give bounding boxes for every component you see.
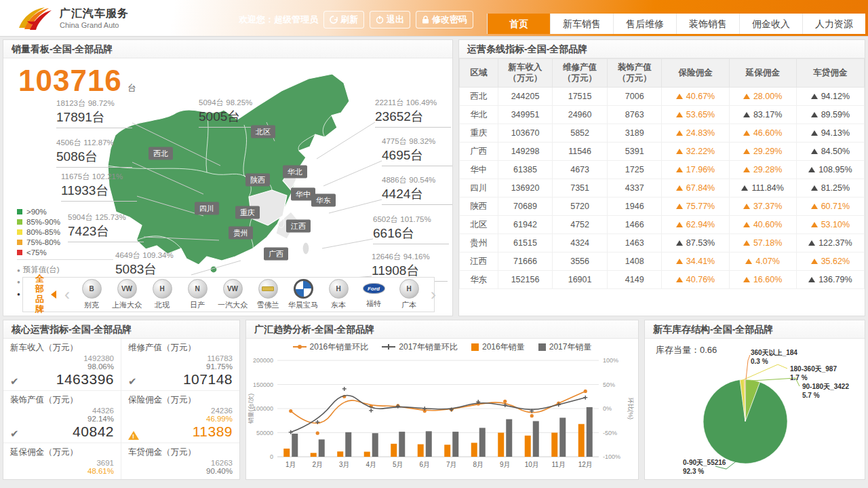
tab-5[interactable]: 佣金收入	[739, 14, 802, 34]
map-region-label[interactable]: 江西	[286, 220, 311, 233]
arrow-up-icon	[811, 130, 818, 136]
metric-card: 维修产值（万元）11678391.75%✔107148	[121, 339, 239, 391]
cell-value: 61942	[498, 216, 553, 234]
bar-2016年销量	[525, 436, 531, 457]
logout-button[interactable]: 退出	[370, 11, 410, 29]
table-row[interactable]: 北区619424752146662.94%40.60%53.10%	[460, 216, 865, 234]
tab-4[interactable]: 装饰销售	[676, 14, 739, 34]
brand-item[interactable]: N日产	[180, 279, 215, 310]
map-region-label[interactable]: 华北	[283, 166, 307, 179]
brand-item[interactable]: H广本	[391, 279, 427, 310]
table-row[interactable]: 江西716663556140834.41%4.07%35.62%	[460, 252, 865, 271]
brand-item[interactable]: H北现	[144, 279, 180, 310]
percent-text: 32.22%	[686, 147, 715, 156]
brand-logo-icon: VW	[117, 279, 137, 299]
map-region-label[interactable]: 重庆	[235, 206, 260, 219]
cell-value: 16901	[553, 271, 608, 289]
brand-item[interactable]: VW一汽大众	[215, 279, 250, 310]
region-callout: 11675台 102.21%11933台	[61, 172, 137, 202]
operations-table: 区域新车收入 （万元）维修产值 （万元）装饰产值 （万元）保险佣金延保佣金车贷佣…	[459, 58, 865, 289]
percent-indicator: 34.41%	[676, 257, 715, 266]
tab-3[interactable]: 售后维修	[613, 14, 676, 34]
svg-text:8月: 8月	[473, 461, 484, 468]
cell-value: 136920	[498, 179, 553, 198]
arrow-up-icon	[741, 185, 748, 191]
percent-text: 46.60%	[753, 128, 782, 138]
percent-indicator: 111.84%	[741, 183, 784, 193]
brand-scroll-right-icon[interactable]: ›	[431, 286, 436, 303]
refresh-button[interactable]: 刷新	[323, 11, 364, 29]
callout-actual: 4695台	[382, 147, 452, 164]
percent-indicator: 40.76%	[676, 275, 715, 284]
cell-percent: 40.67%	[662, 88, 729, 106]
map-region-label[interactable]: 贵州	[229, 227, 253, 240]
svg-text:4月: 4月	[366, 461, 376, 468]
brand-item[interactable]: B别克	[74, 279, 109, 310]
table-column-header: 维修产值 （万元）	[553, 59, 608, 88]
percent-indicator: 28.00%	[743, 92, 782, 101]
legend-color-swatch	[17, 240, 22, 245]
table-row[interactable]: 贵州615154324146387.53%57.18%122.37%	[460, 234, 865, 252]
cell-value: 3189	[607, 124, 662, 143]
brand-item[interactable]: Ford福特	[356, 279, 391, 310]
cell-percent: 24.83%	[662, 124, 729, 143]
brand-item[interactable]: VW上海大众	[109, 279, 144, 310]
cell-percent: 108.95%	[796, 161, 864, 179]
callout-budget-rate: 4775台 98.32%	[382, 136, 452, 147]
bar-2017年销量	[587, 407, 593, 457]
bar-2017年销量	[479, 428, 486, 457]
map-region-label[interactable]: 华东	[311, 194, 336, 207]
map-region-label[interactable]: 西北	[149, 147, 173, 160]
table-row[interactable]: 重庆1036705852318924.83%46.60%94.13%	[460, 124, 865, 143]
callout-actual: 23652台	[375, 108, 451, 126]
total-sales-value: 103716	[18, 64, 122, 97]
tab-1[interactable]: 首页	[487, 14, 550, 34]
table-row[interactable]: 华北34995124960876353.65%83.17%89.59%	[460, 106, 865, 124]
percent-indicator: 53.10%	[811, 220, 850, 229]
cell-region: 陕西	[460, 198, 498, 216]
brand-item[interactable]: 雪佛兰	[250, 279, 285, 310]
percent-text: 111.84%	[751, 183, 784, 193]
brand-collapse-icon[interactable]	[51, 290, 56, 299]
region-callout: 4775台 98.32%4695台	[382, 136, 452, 166]
table-row[interactable]: 华东15215616901414940.76%16.60%136.79%	[460, 271, 865, 289]
table-row[interactable]: 西北24420517515700640.67%28.00%94.12%	[460, 88, 865, 106]
trend-legend-item: 2016年销量环比	[293, 341, 369, 353]
map-region-label[interactable]: 北区	[251, 126, 275, 138]
check-icon: ✔	[10, 428, 19, 440]
bar-2016年销量	[337, 451, 343, 457]
table-row[interactable]: 华中613854673172517.96%29.28%108.95%	[460, 161, 865, 179]
table-row[interactable]: 四川1369207351433767.84%111.84%81.25%	[460, 179, 865, 198]
map-region-label[interactable]: 陕西	[245, 174, 270, 187]
percent-indicator: 40.60%	[743, 220, 782, 229]
brand-scroll-left-icon[interactable]: ‹	[64, 286, 70, 303]
table-row[interactable]: 广西14929811546539132.22%29.29%84.50%	[460, 143, 865, 161]
tab-2[interactable]: 新车销售	[550, 14, 613, 34]
cell-percent: 94.13%	[796, 124, 864, 143]
cell-region: 西北	[460, 88, 498, 106]
percent-indicator: 40.67%	[676, 92, 715, 101]
brand-filter-all[interactable]: 全部 品牌	[35, 274, 44, 315]
cell-value: 1725	[607, 161, 662, 179]
map-region-label[interactable]: 四川	[195, 202, 219, 215]
tab-6[interactable]: 人力资源	[802, 14, 865, 34]
brand-name: 上海大众	[109, 300, 144, 310]
legend-bar-swatch	[471, 343, 479, 351]
cell-percent: 53.10%	[796, 216, 864, 234]
brand-name: 华晨宝马	[285, 300, 321, 310]
map-region-label[interactable]: 广西	[264, 248, 288, 261]
region-callout: 4506台 112.87%5086台	[56, 138, 132, 168]
table-row[interactable]: 陕西706895720194675.77%37.37%60.71%	[460, 198, 865, 216]
percent-text: 83.17%	[753, 110, 782, 119]
inventory-pie-chart: 90-180天_34225.7 %0-90天_5521692.3 %180-36…	[645, 339, 865, 479]
cell-region: 华东	[460, 271, 498, 289]
region-callout: 18123台 98.72%17891台	[56, 98, 132, 128]
callout-budget-rate: 18123台 98.72%	[56, 98, 132, 109]
arrow-up-icon	[743, 130, 750, 136]
percent-text: 67.84%	[686, 183, 715, 193]
brand-item[interactable]: 华晨宝马	[285, 279, 321, 310]
brand-item[interactable]: H东本	[321, 279, 356, 310]
change-password-button[interactable]: 修改密码	[416, 11, 473, 29]
callout-budget-rate: 5904台 125.73%	[68, 212, 144, 223]
percent-text: 136.79%	[818, 275, 852, 284]
